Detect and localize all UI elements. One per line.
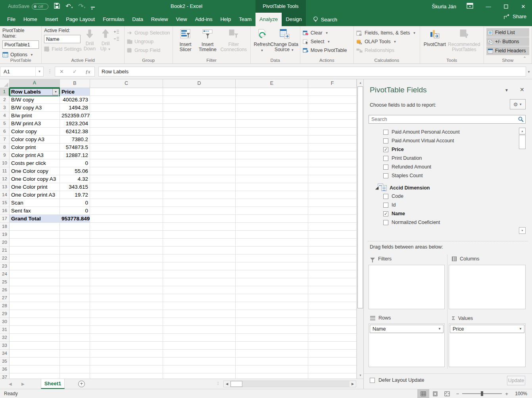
row-header-17[interactable]: 17 [0,215,10,223]
cell-A21[interactable] [10,247,60,254]
filters-area-box[interactable] [369,265,445,309]
plus-minus-buttons-toggle[interactable]: +/- Buttons [486,37,529,46]
cell-C5[interactable] [90,120,163,128]
cell-B5[interactable]: 1923.204 [60,120,90,128]
cell-C36[interactable] [90,365,163,373]
row-header-5[interactable]: 5 [0,120,10,128]
cell-F16[interactable] [308,207,357,215]
field-item-2[interactable]: ✓Price [369,145,517,154]
field-checkbox[interactable] [383,130,388,135]
row-header-33[interactable]: 33 [0,342,10,350]
cell-E27[interactable] [236,294,308,302]
name-box[interactable]: A1 ▼ [0,67,44,77]
field-checkbox[interactable] [383,203,388,208]
cell-B31[interactable] [60,326,90,334]
move-pivottable-button[interactable]: Move PivotTable [303,46,351,55]
insert-function-icon[interactable]: ƒx [81,69,94,75]
row-header-3[interactable]: 3 [0,104,10,112]
field-item-1[interactable]: Paid Amount Virtual Account [369,136,517,145]
cell-F13[interactable] [308,183,357,191]
cell-E13[interactable] [236,183,308,191]
columns-area-box[interactable] [449,265,526,309]
cell-E36[interactable] [236,365,308,373]
cell-A10[interactable]: Costs per click [10,159,60,167]
area-field-pill[interactable]: Name▼ [370,325,444,333]
cell-B15[interactable]: 0 [60,199,90,207]
cell-E26[interactable] [236,286,308,294]
relationships-button[interactable]: Relationships [356,46,417,55]
cell-C29[interactable] [90,310,163,318]
cell-B8[interactable]: 574873.5 [60,144,90,151]
sheet-tab-sheet1[interactable]: Sheet1 [41,379,65,389]
zoom-out-button[interactable]: − [453,391,463,397]
cell-D37[interactable] [163,373,236,379]
cell-F24[interactable] [308,270,357,278]
area-field-pill[interactable]: Price▼ [450,325,524,333]
defer-checkbox[interactable] [370,378,375,383]
autosave-toggle[interactable]: AutoSave Off [8,4,48,10]
cell-B29[interactable] [60,310,90,318]
field-item-5[interactable]: Staples Count [369,171,517,180]
expand-triangle-icon[interactable] [375,186,378,189]
field-item-4[interactable]: Refunded Amount [369,163,517,171]
field-item-3[interactable]: Print Duration [369,154,517,163]
field-checkbox[interactable] [383,194,388,199]
field-checkbox[interactable] [383,173,388,178]
formula-bar-grip[interactable]: ⋮ [47,68,53,74]
cell-F1[interactable] [308,88,357,96]
horizontal-scrollbar[interactable]: ◀ ▶ [223,381,356,387]
cell-D4[interactable] [163,112,236,120]
field-item-8[interactable]: Id [369,201,517,209]
cell-C30[interactable] [90,318,163,326]
cell-F10[interactable] [308,159,357,167]
row-header-8[interactable]: 8 [0,144,10,151]
cell-C33[interactable] [90,342,163,350]
cell-B26[interactable] [60,286,90,294]
cell-A7[interactable]: Color copy A3 [10,136,60,144]
cell-B6[interactable]: 62412.38 [60,128,90,136]
cell-B10[interactable]: 0 [60,159,90,167]
cell-A25[interactable] [10,278,60,286]
cell-E22[interactable] [236,254,308,262]
tab-formulas[interactable]: Formulas [99,13,128,26]
column-header-A[interactable]: A [10,79,60,88]
cell-E5[interactable] [236,120,308,128]
field-list-scroll-down-icon[interactable]: ▼ [519,227,526,234]
rows-area-box[interactable]: Name▼ [369,323,445,367]
cell-B20[interactable] [60,239,90,247]
row-header-31[interactable]: 31 [0,326,10,334]
cell-B32[interactable] [60,334,90,342]
tab-scroll-grip[interactable]: ⁞ [217,381,218,386]
cell-A8[interactable]: Color print [10,144,60,151]
cell-F27[interactable] [308,294,357,302]
cell-B16[interactable]: 0 [60,207,90,215]
cell-D24[interactable] [163,270,236,278]
row-header-4[interactable]: 4 [0,112,10,120]
cell-F12[interactable] [308,175,357,183]
row-header-12[interactable]: 12 [0,175,10,183]
cell-C37[interactable] [90,373,163,379]
cell-A29[interactable] [10,310,60,318]
olap-tools-button[interactable]: fx OLAP Tools▼ [356,37,417,46]
cell-F17[interactable] [308,215,357,223]
cell-D14[interactable] [163,191,236,199]
cell-D8[interactable] [163,144,236,151]
cell-C24[interactable] [90,270,163,278]
cell-E12[interactable] [236,175,308,183]
vertical-scroll-thumb[interactable] [357,86,363,308]
row-header-19[interactable]: 19 [0,231,10,239]
column-header-E[interactable]: E [236,79,308,88]
field-checkbox[interactable] [383,138,388,144]
zoom-slider-thumb[interactable] [481,391,483,396]
cell-A12[interactable]: One Color copy A3 [10,175,60,183]
tab-file[interactable]: File [3,13,19,26]
cell-D31[interactable] [163,326,236,334]
sheet-nav-next-icon[interactable]: ▶ [21,379,25,389]
cell-A22[interactable] [10,254,60,262]
cell-F18[interactable] [308,223,357,231]
new-sheet-button[interactable]: + [78,381,85,387]
fields-items-sets-button[interactable]: fx Fields, Items, & Sets▼ [356,29,417,37]
cell-A11[interactable]: One Color copy [10,167,60,175]
cell-D29[interactable] [163,310,236,318]
save-icon[interactable] [54,3,60,10]
